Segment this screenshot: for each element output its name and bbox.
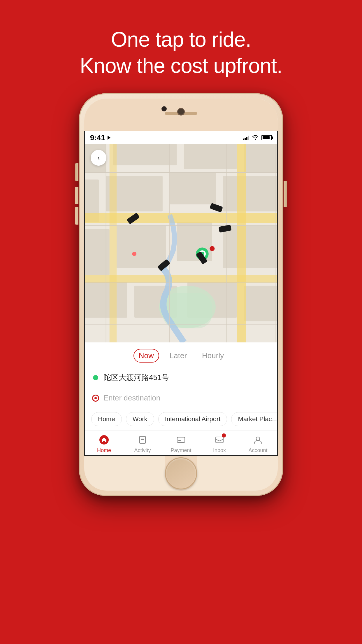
- activity-icon: [137, 435, 148, 445]
- back-button[interactable]: ‹: [91, 150, 106, 166]
- payment-icon: [176, 435, 186, 445]
- svg-rect-22: [237, 144, 246, 342]
- svg-rect-3: [113, 144, 177, 165]
- phone-bottom-area: [165, 456, 197, 491]
- tab-account-label: Account: [248, 447, 267, 454]
- map-background: [85, 144, 277, 342]
- header-line1: One tap to ride.: [80, 26, 282, 52]
- tab-home[interactable]: Home: [85, 433, 123, 454]
- tab-inbox-label: Inbox: [213, 447, 226, 454]
- svg-rect-11: [117, 225, 166, 268]
- tab-payment[interactable]: Payment: [162, 433, 200, 454]
- quick-destinations: Home Work International Airport Market P…: [85, 408, 277, 430]
- home-icon: [99, 435, 109, 445]
- inbox-badge: [222, 433, 226, 438]
- tab-activity-label: Activity: [134, 447, 151, 454]
- phone-shell: 9:41: [79, 93, 283, 496]
- ride-tabs: Now Later Hourly: [85, 342, 277, 367]
- svg-rect-42: [177, 437, 185, 442]
- inbox-icon-wrap: [213, 433, 226, 446]
- svg-rect-9: [223, 176, 277, 211]
- tab-later[interactable]: Later: [165, 349, 191, 363]
- destination-row[interactable]: Enter destination: [85, 388, 277, 408]
- header-line2: Know the cost upfront.: [80, 52, 282, 79]
- battery-icon: [261, 135, 272, 140]
- tab-payment-label: Payment: [171, 447, 191, 454]
- destination-dot-icon: [93, 396, 98, 401]
- payment-icon-wrap: [175, 433, 187, 446]
- home-button[interactable]: [165, 457, 197, 489]
- pickup-address: 陀区大渡河路451号: [103, 372, 169, 383]
- pickup-dot-icon: [93, 375, 98, 380]
- dest-chip-airport[interactable]: International Airport: [158, 412, 227, 426]
- svg-rect-5: [244, 144, 277, 172]
- account-icon: [253, 435, 263, 445]
- phone-inner: 9:41: [84, 99, 278, 491]
- svg-rect-23: [110, 144, 117, 342]
- header-text: One tap to ride. Know the cost upfront.: [80, 26, 282, 79]
- status-time: 9:41: [90, 133, 111, 142]
- account-icon-wrap: [252, 433, 264, 446]
- tab-now[interactable]: Now: [133, 349, 159, 363]
- svg-rect-13: [223, 225, 277, 268]
- tab-bar: Home Activity: [85, 430, 277, 455]
- dest-chip-work[interactable]: Work: [126, 412, 154, 426]
- home-icon-wrap: [98, 433, 110, 446]
- destination-placeholder: Enter destination: [103, 393, 160, 402]
- status-icons: [243, 134, 272, 141]
- activity-icon-wrap: [136, 433, 149, 446]
- phone-screen: 9:41: [84, 131, 278, 456]
- tab-home-label: Home: [97, 447, 111, 454]
- phone-top-area: [84, 99, 278, 131]
- svg-point-46: [256, 437, 260, 440]
- wifi-icon: [252, 134, 259, 141]
- location-arrow-icon: [108, 136, 110, 140]
- status-bar: 9:41: [85, 131, 277, 144]
- signal-icon: [243, 135, 249, 140]
- svg-point-33: [132, 252, 136, 256]
- dest-chip-market[interactable]: Market Plac…: [231, 412, 277, 426]
- map-area: ‹: [85, 144, 277, 342]
- dest-chip-home[interactable]: Home: [91, 412, 122, 426]
- svg-rect-17: [244, 286, 277, 321]
- tab-inbox[interactable]: Inbox: [200, 433, 239, 454]
- svg-point-32: [210, 246, 215, 251]
- svg-rect-8: [170, 172, 216, 204]
- svg-rect-4: [184, 144, 237, 169]
- bottom-panel: Now Later Hourly 陀区大渡河路451号: [85, 342, 277, 455]
- svg-rect-44: [178, 440, 181, 441]
- back-chevron-icon: ‹: [97, 154, 100, 162]
- tab-account[interactable]: Account: [239, 433, 277, 454]
- pickup-row[interactable]: 陀区大渡河路451号: [85, 367, 277, 388]
- camera: [178, 109, 184, 115]
- tab-hourly[interactable]: Hourly: [197, 349, 229, 363]
- front-camera: [162, 107, 166, 111]
- tab-activity[interactable]: Activity: [123, 433, 162, 454]
